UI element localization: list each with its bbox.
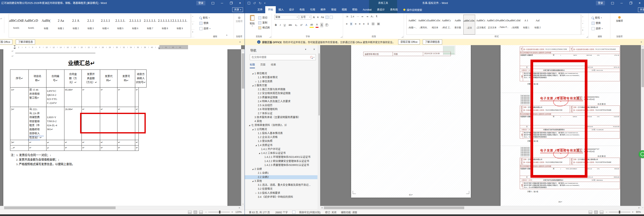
nav-tree-item[interactable]: [245, 69, 318, 72]
style-item[interactable]: 2.1.1.1.1.1 标题 8: [158, 14, 172, 37]
left-ruler[interactable]: 2468101214161820222426283032343638404244…: [0, 45, 241, 49]
increase-indent-icon[interactable]: ⇥: [366, 15, 368, 18]
superscript-button[interactable]: x²: [300, 23, 303, 27]
style-item[interactable]: AaBbCcDc ↓Table P...: [498, 15, 509, 35]
table-cell[interactable]: ↵: [29, 145, 46, 151]
nav-tree-item[interactable]: 1.4.2.3 质量管理体系ISO9001认证证书: [245, 163, 318, 167]
nav-tree-item[interactable]: 2.2 安全相关规范及保证措施: [245, 91, 318, 95]
table-cell[interactable]: ↵: [82, 87, 100, 107]
zoom-slider[interactable]: [609, 212, 630, 212]
nav-tree-item[interactable]: ◢ 2 业绩: [245, 167, 318, 171]
find-button[interactable]: 查找▾: [592, 15, 610, 20]
style-item[interactable]: AaBb( 标题: [38, 14, 54, 37]
table-cell[interactable]: 3↵: [10, 140, 29, 145]
tree-arrow-icon[interactable]: [254, 87, 258, 91]
left-signin-button[interactable]: 登录: [196, 1, 206, 5]
scroll-thumb[interactable]: [242, 53, 244, 88]
left-horizontal-scrollbar[interactable]: ►: [0, 206, 244, 209]
table-cell[interactable]: ↵: [82, 145, 100, 151]
tree-arrow-icon[interactable]: [254, 95, 258, 99]
shrink-font-button[interactable]: A: [316, 15, 319, 20]
table-cell[interactable]: 95.00↵: [64, 87, 82, 107]
style-item[interactable]: 2.1.1 标题 3: [83, 14, 98, 37]
tree-arrow-icon[interactable]: [254, 103, 258, 107]
style-item[interactable]: AaBb 章示题: [452, 15, 464, 35]
zoom-in-button[interactable]: +: [232, 211, 233, 213]
style-item[interactable]: AaBbCcD font41: [24, 14, 38, 37]
addins-button[interactable]: 加载项: [615, 20, 624, 22]
zoom-in-button[interactable]: +: [632, 211, 634, 213]
decrease-indent-icon[interactable]: ⇤: [362, 15, 364, 18]
tree-arrow-icon[interactable]: ◢: [251, 72, 254, 75]
table-cell[interactable]: ↵: [118, 145, 135, 151]
line-spacing-icon[interactable]: ⇕: [367, 22, 369, 26]
table-cell[interactable]: ↵: [135, 87, 139, 107]
indent-marker-right[interactable]: [158, 48, 160, 49]
save-icon[interactable]: [248, 2, 250, 4]
nav-tree-item[interactable]: 2.2 业绩2: [245, 175, 318, 179]
nav-tree-item[interactable]: 2.7 体系认证: [245, 112, 318, 116]
ribbon-tab[interactable]: 引用: [307, 6, 318, 13]
tree-arrow-icon[interactable]: ◢: [251, 128, 254, 131]
zoom-level[interactable]: 90%: [636, 211, 641, 213]
tree-arrow-icon[interactable]: [254, 131, 258, 135]
nav-tab[interactable]: 页面: [260, 62, 266, 68]
tree-arrow-icon[interactable]: [254, 112, 258, 116]
select-button[interactable]: 选择▾: [592, 26, 610, 31]
table-cell[interactable]: ↵: [135, 140, 139, 145]
tree-arrow-icon[interactable]: [251, 116, 254, 119]
word-count[interactable]: 26892 个字: [275, 210, 288, 214]
table-cell[interactable]: LHYT-C QKGS-2 023-YTG C-2247↵: [46, 87, 64, 107]
nav-tree-item[interactable]: 3.1 违法、违规、重大安全事故及其他不良记...: [245, 183, 318, 187]
track-changes-indicator[interactable]: 修订: 关闭: [325, 210, 336, 214]
replace-button[interactable]: 替换: [592, 21, 610, 26]
right-restore-icon[interactable]: [626, 0, 635, 6]
ribbon-tab[interactable]: Acrobat: [360, 6, 374, 13]
nav-tree-item[interactable]: 1.4.2.1 环境管理体系ISO14001认证证书: [245, 155, 318, 159]
table-cell[interactable]: 马 222、 马 226 井 场铺垫费 项目管排 租赁（市 政路桥项 目部收入 …: [29, 107, 46, 140]
nav-tree-item[interactable]: 3 技术服务承诺（主要说明服务质量等）: [245, 116, 318, 119]
table-cell[interactable]: 2↵: [10, 107, 29, 140]
nav-scrollbar[interactable]: [318, 45, 320, 209]
table-cell[interactable]: ↵: [118, 87, 135, 107]
tree-arrow-icon[interactable]: ◢: [251, 179, 254, 183]
multilevel-list-icon[interactable]: ⋯: [357, 15, 359, 18]
scroll-up-icon[interactable]: ˄: [641, 45, 644, 48]
bold-button[interactable]: B: [274, 23, 278, 27]
style-item[interactable]: 2.1.1.1. 标题 5: [113, 14, 128, 37]
table-cell[interactable]: ↵: [46, 145, 64, 151]
addins-button[interactable]: 加载项: [236, 20, 243, 23]
gallery-down-icon[interactable]: ˅: [191, 22, 194, 29]
document-page-86[interactable]: 信息 统一社会信用代码/纳税人识别号：9121110082256661XM 信息…: [500, 45, 620, 206]
performance-table[interactable]: 序号↵项目名 称↵合同编 号↵合同金 额（万 元）↵发票开 具金额 （万元）↵发…: [10, 69, 146, 151]
scroll-thumb[interactable]: [642, 49, 644, 87]
font-color-button[interactable]: A: [316, 22, 318, 28]
left-minimize-icon[interactable]: [217, 0, 226, 6]
nav-tab[interactable]: 结果: [271, 62, 276, 68]
nav-tree-item[interactable]: ◢ 3 其他: [245, 179, 318, 183]
nav-tree-item[interactable]: ◢ 七 资格审查资料（含附表2、3）: [245, 123, 318, 127]
table-cell[interactable]: ↵: [29, 140, 46, 145]
scroll-down-icon[interactable]: ˅: [241, 202, 245, 206]
dialog-launcher-icon[interactable]: [586, 36, 588, 38]
print-layout-icon[interactable]: [194, 211, 197, 214]
nav-tree-item[interactable]: 2.3 质量保证措施: [245, 95, 318, 99]
copy-button[interactable]: 复制: [258, 20, 270, 25]
tree-arrow-icon[interactable]: ◢: [258, 151, 261, 155]
tree-arrow-icon[interactable]: [254, 195, 258, 199]
tree-arrow-icon[interactable]: [261, 159, 264, 163]
table-cell[interactable]: ↵: [64, 140, 82, 145]
format-painter-button[interactable]: 格式刷: [258, 25, 270, 30]
italic-button[interactable]: I: [279, 23, 281, 27]
select-button[interactable]: 选择▾: [200, 26, 234, 31]
gallery-more-icon[interactable]: ▾: [581, 28, 584, 34]
nav-tree-item[interactable]: [245, 199, 318, 201]
learn-more-button[interactable]: 了解详细信息: [423, 40, 442, 45]
nav-tree-item[interactable]: 1.4.2.2 职业健康安全管理体系认证证书: [245, 159, 318, 163]
ribbon-tab[interactable]: 邮件: [318, 6, 328, 13]
highlight-button[interactable]: ab: [310, 22, 314, 28]
tree-arrow-icon[interactable]: [251, 119, 254, 123]
character-border-icon[interactable]: [330, 16, 333, 19]
cut-button[interactable]: 剪切: [258, 15, 270, 20]
nav-tree-item[interactable]: 1.1 投标人基本情况表: [245, 131, 318, 135]
